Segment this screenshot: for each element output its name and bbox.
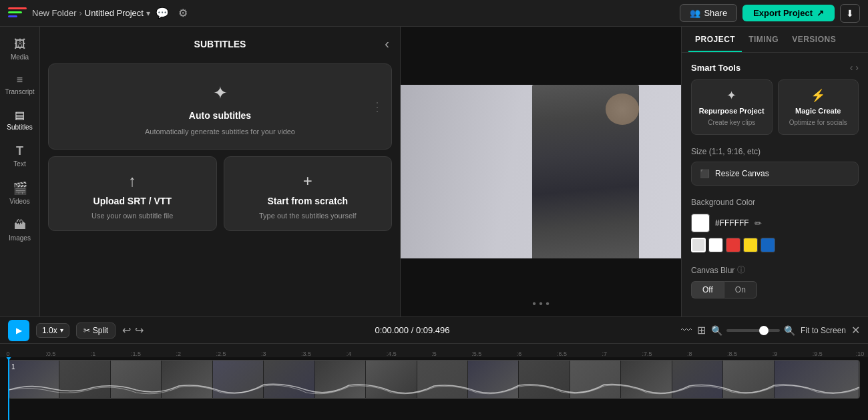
timecode-display: 0:00.000 / 0:09.496 bbox=[150, 325, 674, 335]
upload-srt-card[interactable]: ↑ Upload SRT / VTT Use your own subtitle… bbox=[48, 156, 217, 231]
download-button[interactable]: ⬇ bbox=[840, 4, 860, 23]
zoom-out-button[interactable]: 🔍 bbox=[711, 325, 722, 336]
sidebar-item-media[interactable]: 🖼 Media bbox=[3, 32, 37, 66]
images-icon: 🏔 bbox=[14, 218, 26, 232]
video-area: • • • bbox=[401, 27, 681, 317]
fit-screen-button[interactable]: Fit to Screen bbox=[801, 326, 846, 335]
ruler-9.5: :9.5 bbox=[813, 351, 823, 357]
timeline-track[interactable]: 1 bbox=[0, 357, 868, 420]
timecode-sep: / bbox=[411, 325, 416, 335]
resize-canvas-button[interactable]: ⬛ Resize Canvas bbox=[691, 162, 859, 186]
upload-icon: ↑ bbox=[128, 172, 136, 190]
ruler-7: :7 bbox=[602, 351, 607, 357]
auto-subtitles-card[interactable]: ✦ Auto subtitles Automatically generate … bbox=[48, 63, 392, 150]
fit-screen-label: Fit to Screen bbox=[801, 326, 846, 335]
scratch-icon: + bbox=[303, 172, 312, 190]
share-button[interactable]: 👥 Share bbox=[680, 4, 737, 22]
sidebar-item-images[interactable]: 🏔 Images bbox=[3, 213, 37, 247]
waveform-toggle[interactable]: 〰 bbox=[681, 325, 692, 337]
speed-selector[interactable]: 1.0x ▾ bbox=[36, 323, 69, 338]
swatch-gray[interactable] bbox=[691, 238, 706, 252]
breadcrumb: New Folder › Untitled Project ▾ bbox=[32, 8, 150, 18]
zoom-thumb bbox=[759, 326, 769, 335]
upload-desc: Use your own subtitle file bbox=[91, 212, 173, 220]
panel-collapse-button[interactable]: ‹ bbox=[385, 36, 389, 51]
nav-next-button[interactable]: › bbox=[855, 62, 859, 73]
card-row: ↑ Upload SRT / VTT Use your own subtitle… bbox=[48, 156, 392, 231]
right-panel: PROJECT TIMING VERSIONS Smart Tools ‹ › … bbox=[681, 27, 868, 317]
swatch-red[interactable] bbox=[726, 238, 740, 252]
sidebar-item-subtitles[interactable]: ▤ Subtitles bbox=[3, 103, 37, 136]
size-label: Size (1:1, 9:16, etc) bbox=[691, 147, 859, 156]
subtitles-panel: SUBTITLES ‹ ✦ Auto subtitles Automatical… bbox=[40, 27, 401, 317]
playhead[interactable] bbox=[8, 357, 9, 420]
ruler-6.5: :6.5 bbox=[557, 351, 567, 357]
split-button[interactable]: ✂ Split bbox=[76, 323, 116, 339]
auto-subtitles-desc: Automatically generate subtitles for you… bbox=[145, 128, 295, 136]
auto-subtitles-title: Auto subtitles bbox=[189, 110, 251, 121]
ruler-3: :3 bbox=[261, 351, 266, 357]
nav-prev-button[interactable]: ‹ bbox=[850, 62, 853, 73]
split-icon: ✂ bbox=[83, 326, 90, 335]
blur-toggle-group: Off On bbox=[691, 281, 859, 298]
auto-subtitles-icon: ✦ bbox=[213, 83, 228, 103]
sidebar-label-media: Media bbox=[11, 53, 29, 61]
ruler-0.5: :0.5 bbox=[45, 351, 55, 357]
canvas-blur-label: Canvas Blur ⓘ bbox=[691, 264, 859, 276]
repurpose-name: Repurpose Project bbox=[699, 107, 765, 115]
bg-color-label: Background Color bbox=[691, 198, 859, 207]
resize-canvas-label: Resize Canvas bbox=[715, 169, 769, 178]
ruler-0: 0 bbox=[6, 351, 9, 357]
scratch-card[interactable]: + Start from scratch Type out the subtit… bbox=[224, 156, 393, 231]
smart-tools-header: Smart Tools ‹ › bbox=[682, 53, 868, 79]
tab-project[interactable]: PROJECT bbox=[688, 27, 742, 52]
share-icon[interactable]: 💬 bbox=[156, 7, 169, 19]
tab-timing[interactable]: TIMING bbox=[742, 27, 785, 52]
magic-name: Magic Create bbox=[795, 107, 841, 115]
swatch-blue[interactable] bbox=[761, 238, 775, 252]
ruler-marks: 0 :0.5 :1 :1.5 :2 :2.5 :3 :3.5 :4 :4.5 :… bbox=[8, 344, 860, 357]
swatch-yellow[interactable] bbox=[743, 238, 758, 252]
blur-off-button[interactable]: Off bbox=[691, 281, 724, 298]
topbar-left: New Folder › Untitled Project ▾ 💬 ⚙ bbox=[8, 7, 680, 19]
color-row: #FFFFFF ✏ bbox=[691, 214, 859, 232]
sidebar-label-subtitles: Subtitles bbox=[7, 124, 32, 131]
dropdown-icon[interactable]: ▾ bbox=[146, 9, 150, 18]
undo-button[interactable]: ↩ bbox=[122, 324, 131, 337]
fit-to-width-button[interactable]: ⊞ bbox=[697, 324, 706, 337]
play-button[interactable]: ▶ bbox=[8, 320, 29, 341]
panel-title: SUBTITLES bbox=[164, 39, 276, 49]
repurpose-card[interactable]: ✦ Repurpose Project Create key clips bbox=[691, 79, 773, 135]
zoom-slider[interactable] bbox=[726, 329, 780, 332]
split-label: Split bbox=[93, 326, 108, 335]
sidebar-item-text[interactable]: T Text bbox=[3, 139, 37, 173]
auto-more-button[interactable]: ⋮ bbox=[371, 99, 383, 114]
sidebar-label-transcript: Transcript bbox=[5, 88, 34, 95]
ruler-5: :5 bbox=[431, 351, 437, 357]
video-frame bbox=[401, 85, 681, 258]
timeline-close-button[interactable]: ✕ bbox=[851, 324, 860, 337]
play-icon: ▶ bbox=[16, 326, 22, 335]
settings-icon[interactable]: ⚙ bbox=[178, 7, 188, 19]
ruler-2.5: :2.5 bbox=[216, 351, 226, 357]
sidebar-item-videos[interactable]: 🎬 Videos bbox=[3, 176, 37, 210]
color-edit-button[interactable]: ✏ bbox=[754, 218, 762, 228]
timeline-ruler: 0 :0.5 :1 :1.5 :2 :2.5 :3 :3.5 :4 :4.5 :… bbox=[0, 344, 868, 357]
swatch-white[interactable] bbox=[708, 238, 723, 252]
share-icon-btn: 👥 bbox=[690, 8, 700, 18]
track-clip[interactable]: 1 bbox=[8, 360, 860, 399]
redo-button[interactable]: ↪ bbox=[135, 324, 144, 337]
upload-title: Upload SRT / VTT bbox=[93, 196, 172, 206]
project-name: Untitled Project bbox=[85, 8, 144, 18]
sidebar-item-transcript[interactable]: ≡ Transcript bbox=[3, 69, 37, 101]
zoom-in-button[interactable]: 🔍 bbox=[784, 325, 795, 336]
blur-on-button[interactable]: On bbox=[724, 281, 757, 298]
bg-color-swatch[interactable] bbox=[691, 214, 710, 232]
magic-card[interactable]: ⚡ Magic Create Optimize for socials bbox=[778, 79, 859, 135]
tab-versions[interactable]: VERSIONS bbox=[785, 27, 843, 52]
export-button[interactable]: Export Project ↗ bbox=[742, 5, 835, 21]
sidebar-label-videos: Videos bbox=[9, 198, 29, 205]
left-sidebar: 🖼 Media ≡ Transcript ▤ Subtitles T Text … bbox=[0, 27, 40, 317]
timeline-controls: ▶ 1.0x ▾ ✂ Split ↩ ↪ 0:00.000 / 0:09.496… bbox=[0, 317, 868, 344]
main-area: 🖼 Media ≡ Transcript ▤ Subtitles T Text … bbox=[0, 27, 868, 317]
